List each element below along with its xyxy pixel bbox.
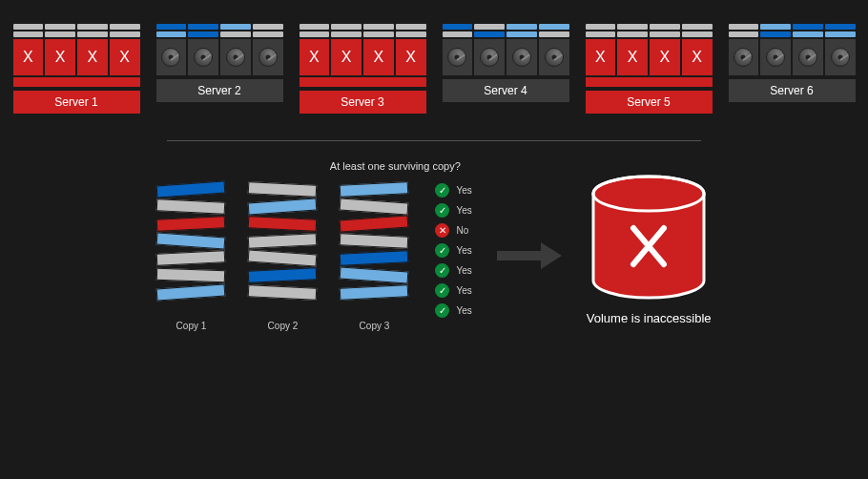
copy-label: Copy 2 (268, 321, 299, 331)
data-slab (729, 24, 759, 30)
drive-disk-icon (506, 39, 537, 75)
server: Server 6 (729, 24, 856, 114)
stripe (248, 250, 318, 267)
data-slab (110, 24, 140, 30)
data-slab (188, 31, 218, 37)
data-slab (760, 31, 791, 37)
server: Server 2 (156, 24, 283, 114)
server-row: XXXXServer 1Server 2XXXXServer 3Server 4… (0, 0, 868, 114)
server-label: Server 1 (13, 91, 140, 114)
drive-disk-icon (825, 39, 856, 75)
data-slab (110, 31, 140, 37)
data-slab (825, 24, 856, 30)
data-slab (396, 24, 426, 30)
check-row: ✓Yes (435, 203, 471, 218)
stripe (248, 181, 318, 198)
drive-failed-icon: X (331, 39, 362, 75)
data-slab (650, 31, 680, 37)
stripe (156, 216, 226, 232)
data-slab (586, 24, 616, 30)
server-label: Server 2 (156, 79, 283, 102)
check-icon: ✓ (435, 183, 449, 198)
data-slab (617, 24, 648, 30)
drive-disk-icon (793, 39, 823, 75)
data-slab (300, 24, 330, 30)
check-row: ✓Yes (435, 283, 471, 298)
drive-disk-icon (220, 39, 251, 75)
drive-disk-icon (729, 39, 759, 75)
data-slab (253, 31, 283, 37)
check-icon: ✓ (435, 203, 449, 218)
copies-question: At least one surviving copy? (156, 160, 471, 172)
drive-failed-icon: X (650, 39, 680, 75)
check-row: ✓Yes (435, 303, 471, 318)
data-slab (443, 31, 473, 37)
stripe (340, 250, 409, 266)
drive-disk-icon (156, 39, 187, 75)
data-slab (331, 31, 362, 37)
data-slab (793, 31, 823, 37)
data-slab (300, 31, 330, 37)
data-slab (363, 31, 394, 37)
data-slab (539, 31, 569, 37)
stripe (248, 284, 318, 301)
stripe (340, 181, 409, 198)
stripe (156, 284, 226, 302)
copies-area: At least one surviving copy? Copy 1Copy … (156, 160, 471, 331)
check-text: Yes (456, 305, 471, 316)
server-label: Server 5 (586, 91, 713, 114)
server: XXXXServer 1 (13, 24, 140, 114)
server: XXXXServer 3 (300, 24, 426, 114)
check-text: Yes (456, 285, 471, 296)
data-slab (539, 24, 569, 30)
server-label: Server 6 (729, 79, 856, 102)
stripe (248, 216, 318, 232)
check-icon: ✓ (435, 263, 449, 278)
copy-column: Copy 1 (156, 183, 225, 331)
data-slab (220, 31, 251, 37)
stripe (248, 198, 318, 216)
data-slab (220, 24, 251, 30)
check-row: ✕No (435, 223, 471, 238)
data-slab (825, 31, 856, 37)
x-icon: ✕ (435, 223, 449, 238)
data-slab (729, 31, 759, 37)
data-slab (77, 24, 108, 30)
drive-disk-icon (188, 39, 218, 75)
check-text: No (456, 225, 468, 236)
server-label: Server 3 (300, 91, 426, 114)
copies-group: Copy 1Copy 2Copy 3 (156, 183, 408, 331)
data-slab (13, 24, 44, 30)
check-text: Yes (456, 185, 471, 196)
data-slab (682, 24, 713, 30)
stripe (156, 250, 226, 266)
data-slab (156, 31, 187, 37)
data-slab (617, 31, 648, 37)
drive-disk-icon (474, 39, 505, 75)
stripe (248, 233, 318, 249)
volume-result: Volume is inaccessible (587, 173, 712, 325)
data-slab (586, 31, 616, 37)
stripe (340, 216, 409, 233)
check-text: Yes (456, 265, 471, 276)
server-label: Server 4 (443, 79, 569, 102)
data-slab (443, 24, 473, 30)
stripe (156, 198, 226, 215)
data-slab (253, 24, 283, 30)
data-slab (188, 24, 218, 30)
drive-failed-icon: X (363, 39, 394, 75)
drive-failed-icon: X (617, 39, 648, 75)
check-text: Yes (456, 205, 471, 216)
copy-column: Copy 2 (248, 183, 317, 331)
server: XXXXServer 5 (586, 24, 713, 114)
data-slab (13, 31, 44, 37)
drive-disk-icon (443, 39, 473, 75)
check-row: ✓Yes (435, 183, 471, 198)
stripe (156, 181, 226, 198)
check-icon: ✓ (435, 283, 449, 298)
stripe (156, 268, 225, 283)
drive-failed-icon: X (396, 39, 426, 75)
check-icon: ✓ (435, 303, 449, 318)
arrow-icon (491, 240, 568, 272)
stripe (340, 267, 409, 284)
